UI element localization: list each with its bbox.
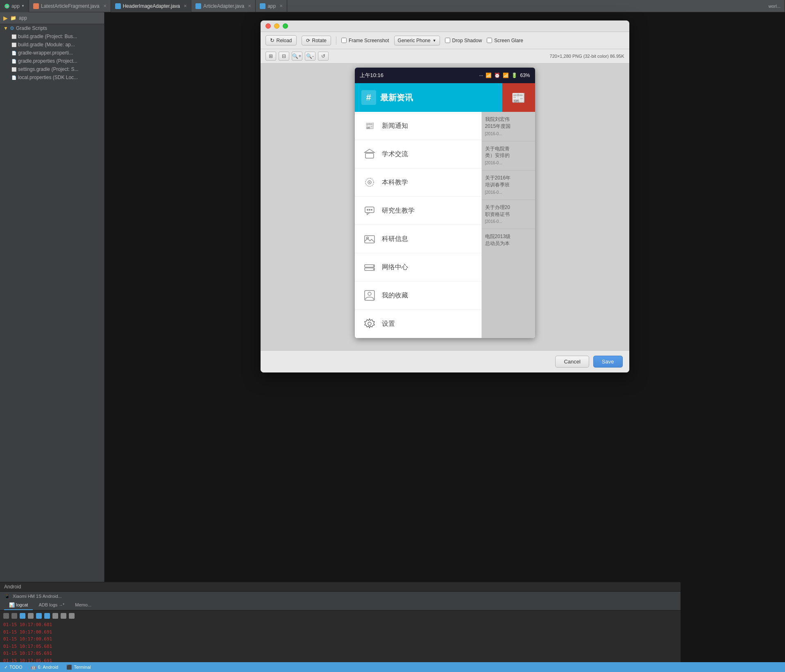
tab-logcat[interactable]: 📊 logcat bbox=[4, 601, 33, 610]
tab-close-0[interactable]: ✕ bbox=[103, 4, 107, 8]
reload-label: Reload bbox=[277, 38, 292, 43]
svg-point-10 bbox=[371, 209, 372, 211]
tab-latest-article[interactable]: LatestArticleFragment.java ✕ bbox=[29, 0, 111, 12]
log-icon-down[interactable] bbox=[44, 613, 50, 619]
gradle-file-icon2: ⬜ bbox=[11, 43, 16, 47]
news-date-3: [2016-0... bbox=[485, 219, 532, 225]
sidebar-item-gradle-properties[interactable]: 📄 gradle.properties (Project... bbox=[0, 57, 104, 65]
sidebar-item-settings-gradle[interactable]: ⬜ settings.gradle (Project: S... bbox=[0, 65, 104, 73]
status-android[interactable]: 🤖 6: Android bbox=[31, 665, 59, 670]
phone-signal-icon: 📶 bbox=[503, 73, 509, 78]
ide-background: 🤖 app ▼ LatestArticleFragment.java ✕ Hea… bbox=[0, 0, 785, 672]
svg-point-15 bbox=[373, 266, 374, 267]
log-icon-trash[interactable] bbox=[11, 613, 17, 619]
log-icon-arrow-right[interactable] bbox=[20, 613, 25, 619]
tab-header-image-adapter[interactable]: HeaderImageAdapter.java ✕ bbox=[111, 0, 191, 12]
sidebar-item-build-gradle-project[interactable]: ⬜ build.gradle (Project: Bus... bbox=[0, 32, 104, 41]
reload-button[interactable]: ↻ Reload bbox=[265, 35, 297, 45]
log-icon-print[interactable] bbox=[61, 613, 66, 619]
cancel-button[interactable]: Cancel bbox=[555, 356, 589, 368]
app-menu[interactable]: 🤖 app ▼ bbox=[0, 0, 29, 12]
sidebar-item-build-gradle-module[interactable]: ⬜ build.gradle (Module: ap... bbox=[0, 41, 104, 49]
tab-adb-logs[interactable]: ADB logs →* bbox=[34, 601, 69, 610]
tab-memo[interactable]: Memo... bbox=[70, 601, 96, 610]
drop-shadow-label: Drop Shadow bbox=[452, 38, 482, 43]
image-icon bbox=[364, 233, 375, 245]
zoom-reset-button[interactable]: ↺ bbox=[318, 52, 329, 61]
sidebar-item-local-properties[interactable]: 📄 local.properties (SDK Loc... bbox=[0, 73, 104, 82]
app-menu-arrow: ▼ bbox=[21, 4, 25, 8]
frame-screenshot-checkbox[interactable] bbox=[341, 38, 347, 43]
tab-close-1[interactable]: ✕ bbox=[184, 4, 187, 8]
save-button[interactable]: Save bbox=[593, 356, 623, 368]
news-title-2: 关于2016年 培训春季班 bbox=[485, 175, 532, 188]
arrow-icon: →* bbox=[59, 603, 64, 607]
log-icon-up[interactable] bbox=[36, 613, 42, 619]
tab-label-1: HeaderImageAdapter.java bbox=[123, 3, 180, 9]
menu-item-3[interactable]: 研究生教学 bbox=[355, 197, 481, 225]
menu-item-6[interactable]: 我的收藏 bbox=[355, 282, 481, 310]
main-editor-area: ↻ Reload ⟳ Rotate Frame Screenshot Gener… bbox=[104, 12, 785, 672]
menu-label-0: 新闻通知 bbox=[382, 122, 408, 130]
tab-article-adapter[interactable]: ArticleAdapter.java ✕ bbox=[191, 0, 256, 12]
menu-item-1[interactable]: 学术交流 bbox=[355, 140, 481, 168]
news-item-3: 关于办理20 职资格证书 [2016-0... bbox=[482, 200, 535, 229]
log-text-2: 01-15 10:17:00.691 bbox=[3, 636, 52, 643]
tab-app[interactable]: app ✕ bbox=[256, 0, 287, 12]
log-icon-camera[interactable] bbox=[3, 613, 9, 619]
drop-shadow-checkbox[interactable] bbox=[445, 38, 450, 43]
svg-point-8 bbox=[367, 209, 368, 211]
log-line-4: 01-15 10:17:05.691 bbox=[3, 650, 677, 657]
menu-icon-6 bbox=[363, 289, 376, 302]
menu-item-2[interactable]: 本科教学 bbox=[355, 168, 481, 197]
actual-size-button[interactable]: ⊟ bbox=[279, 52, 289, 61]
sidebar-item-gradle-wrapper[interactable]: 📄 gradle-wrapper.properti... bbox=[0, 49, 104, 57]
device-label: 📱 Xiaomi HM 1S Android... bbox=[0, 592, 681, 601]
frame-screenshot-checkbox-group[interactable]: Frame Screenshot bbox=[341, 38, 389, 43]
menu-item-5[interactable]: 网络中心 bbox=[355, 253, 481, 282]
todo-label: TODO bbox=[9, 665, 23, 670]
screen-glare-checkbox[interactable] bbox=[487, 38, 492, 43]
bottom-tabs: 📊 logcat ADB logs →* Memo... bbox=[0, 601, 681, 611]
sidebar-item-gradle-scripts[interactable]: ▼ ⚙ Gradle Scripts bbox=[0, 24, 104, 32]
fit-window-button[interactable]: ⊞ bbox=[265, 52, 276, 61]
tab-close-2[interactable]: ✕ bbox=[248, 4, 251, 8]
rotate-button[interactable]: ⟳ Rotate bbox=[302, 36, 331, 45]
generic-phone-dropdown[interactable]: Generic Phone ▼ bbox=[394, 36, 440, 45]
sidebar-label-local-properties: local.properties (SDK Loc... bbox=[18, 75, 78, 80]
dialog-content: 上午10:16 ··· 📶 ⏰ 📶 🔋 63% bbox=[261, 64, 629, 350]
phone-news-icon: 📰 bbox=[511, 91, 526, 104]
zoom-in-button[interactable]: 🔍+ bbox=[292, 52, 302, 61]
phone-header-title: 最新资讯 bbox=[380, 92, 413, 103]
zoom-out-button[interactable]: 🔍- bbox=[305, 52, 315, 61]
terminal-label: Terminal bbox=[74, 665, 91, 670]
menu-icon-0: 📰 bbox=[363, 119, 376, 132]
drop-shadow-checkbox-group[interactable]: Drop Shadow bbox=[445, 38, 482, 43]
image-toolbar: ⊞ ⊟ 🔍+ 🔍- ↺ 720×1,280 PNG (32-bit color)… bbox=[261, 49, 629, 64]
status-terminal[interactable]: ⬛ Terminal bbox=[66, 665, 91, 670]
android-status-label: 6: Android bbox=[38, 665, 59, 670]
news-item-0: 我院刘宏伟 2015年度国 [2016-0... bbox=[482, 112, 535, 141]
image-tools-left: ⊞ ⊟ 🔍+ 🔍- ↺ bbox=[265, 52, 329, 61]
sidebar-label-settings-gradle: settings.gradle (Project: S... bbox=[18, 66, 78, 72]
tab-icon-java2 bbox=[115, 3, 121, 9]
sidebar-label-build-gradle-module: build.gradle (Module: ap... bbox=[18, 42, 75, 48]
log-icon-arrows-lr[interactable] bbox=[28, 613, 34, 619]
log-icon-dot[interactable] bbox=[69, 613, 75, 619]
tab-icon-java3 bbox=[195, 3, 201, 9]
menu-icon-1 bbox=[363, 148, 376, 161]
rotate-label: Rotate bbox=[312, 38, 327, 43]
status-todo[interactable]: ✓ TODO bbox=[4, 665, 23, 670]
menu-item-0[interactable]: 📰 新闻通知 bbox=[355, 112, 481, 140]
maximize-button[interactable] bbox=[283, 23, 288, 29]
screen-glare-checkbox-group[interactable]: Screen Glare bbox=[487, 38, 523, 43]
minimize-button[interactable] bbox=[274, 23, 279, 29]
news-item-4: 电院2013级 总动员为本 bbox=[482, 229, 535, 251]
world-icon-tab[interactable]: worl... bbox=[765, 0, 785, 12]
screenshot-dialog: ↻ Reload ⟳ Rotate Frame Screenshot Gener… bbox=[261, 20, 629, 372]
menu-item-4[interactable]: 科研信息 bbox=[355, 225, 481, 253]
tab-close-3[interactable]: ✕ bbox=[279, 4, 283, 8]
log-icon-phone[interactable] bbox=[52, 613, 58, 619]
close-button[interactable] bbox=[265, 23, 271, 29]
menu-item-7[interactable]: 设置 bbox=[355, 310, 481, 338]
